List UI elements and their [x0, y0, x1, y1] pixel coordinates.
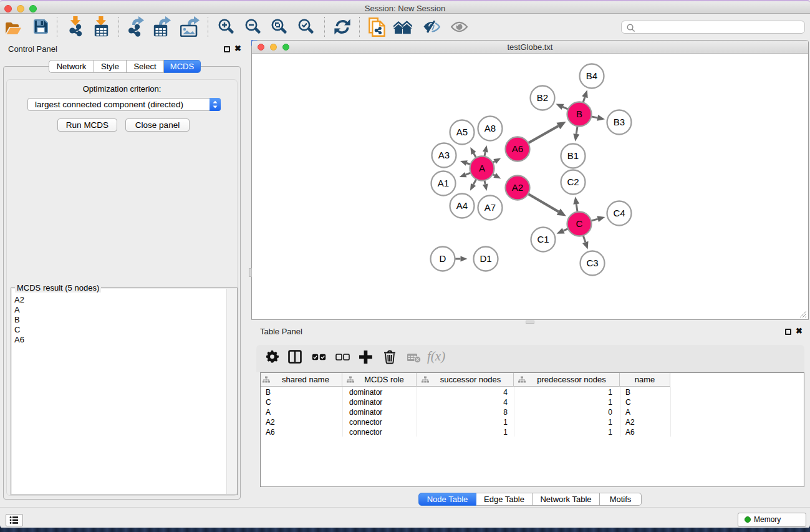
svg-text:C1: C1: [537, 234, 549, 244]
svg-text:C4: C4: [613, 208, 625, 218]
svg-text:A6: A6: [512, 143, 523, 154]
svg-text:B4: B4: [586, 70, 597, 81]
svg-text:C2: C2: [567, 177, 579, 187]
svg-text:A8: A8: [485, 123, 496, 133]
svg-text:D: D: [440, 253, 446, 264]
svg-text:B1: B1: [567, 150, 579, 161]
svg-text:A3: A3: [438, 150, 450, 160]
svg-text:B2: B2: [537, 92, 548, 103]
svg-text:A1: A1: [438, 178, 449, 188]
svg-text:B3: B3: [614, 117, 625, 127]
svg-text:A7: A7: [485, 202, 496, 213]
svg-text:A2: A2: [512, 182, 523, 193]
svg-text:A4: A4: [456, 200, 468, 211]
svg-text:A: A: [479, 163, 485, 173]
svg-text:A5: A5: [456, 127, 468, 137]
svg-text:D1: D1: [480, 253, 491, 264]
svg-text:C3: C3: [586, 258, 598, 268]
svg-text:C: C: [576, 218, 583, 229]
svg-text:B: B: [576, 109, 582, 119]
